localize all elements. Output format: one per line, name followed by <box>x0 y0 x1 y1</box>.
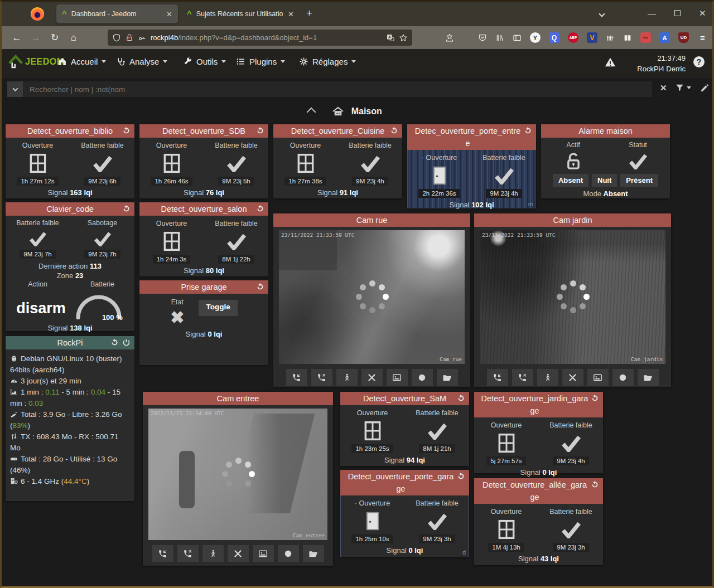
ext-fence-icon[interactable] <box>606 33 615 42</box>
permissions-icon[interactable] <box>138 33 147 42</box>
end-call-button[interactable] <box>177 545 199 562</box>
motion-detect-button[interactable] <box>202 545 224 562</box>
record-button[interactable] <box>278 545 299 562</box>
menu-plugins[interactable]: Plugins <box>236 57 285 66</box>
edit-icon[interactable] <box>700 83 710 93</box>
refresh-icon[interactable] <box>122 127 131 135</box>
load-row: 1 min : 0.11 - 5 min : 0.04 - 15 min : 0… <box>10 387 130 409</box>
jeedom-logo[interactable]: JEEDOM <box>7 54 65 70</box>
duration-chip: 1h 25m 10s <box>351 534 393 543</box>
duration-chip: 5j 27m 57s <box>486 456 525 465</box>
stop-button[interactable] <box>361 369 383 386</box>
widget-title: Detect_ouverture_biblio <box>27 127 113 135</box>
help-icon[interactable]: ? <box>693 56 705 67</box>
sidebar-icon[interactable] <box>513 33 522 42</box>
record-button[interactable] <box>612 369 634 386</box>
list-tabs-icon[interactable] <box>600 8 604 18</box>
lock-disabled-icon[interactable] <box>125 33 134 42</box>
ext-pdf-icon[interactable] <box>640 32 651 43</box>
recordings-button[interactable] <box>303 545 324 562</box>
window-closed-icon <box>11 152 65 175</box>
filter-caret-icon[interactable] <box>687 86 691 89</box>
recordings-button[interactable] <box>437 369 458 386</box>
close-button[interactable]: ✕ <box>699 8 706 18</box>
camera-feed[interactable]: 23/11/2022 21:33:59 UTC Cam_jardin <box>480 230 665 364</box>
search-scope-button[interactable] <box>7 81 23 97</box>
ext-translate-icon[interactable]: A <box>659 32 670 43</box>
zone: Zone 23 <box>6 271 134 280</box>
power-icon[interactable] <box>122 338 131 347</box>
call-button[interactable] <box>152 545 173 562</box>
stop-button[interactable] <box>228 545 249 562</box>
motion-detect-button[interactable] <box>336 369 358 386</box>
clear-search-icon[interactable]: ✕ <box>660 83 667 93</box>
menu-reglages[interactable]: Réglages <box>299 57 356 66</box>
refresh-icon[interactable] <box>256 205 264 213</box>
refresh-icon[interactable] <box>524 127 532 135</box>
refresh-icon[interactable] <box>591 480 599 489</box>
refresh-icon[interactable] <box>122 205 131 213</box>
refresh-icon[interactable] <box>457 394 465 402</box>
record-button[interactable] <box>412 369 433 386</box>
refresh-icon[interactable] <box>457 472 465 480</box>
menu-outils[interactable]: Outils <box>183 57 226 66</box>
refresh-icon[interactable] <box>591 394 599 402</box>
reload-button[interactable]: ↻ <box>45 32 64 43</box>
firefox-icon[interactable] <box>31 7 44 21</box>
widget-header: Detec_ouverture_porte_entree <box>407 124 536 150</box>
snapshot-button[interactable] <box>587 369 609 386</box>
end-call-button[interactable] <box>512 369 533 386</box>
tab-close-icon[interactable]: ✕ <box>288 10 294 18</box>
maximize-button[interactable] <box>674 8 681 18</box>
toggle-button[interactable]: Toggle <box>199 300 237 316</box>
loading-spinner-icon <box>221 458 255 491</box>
tab-dashboard[interactable]: ^ Dashboard - Jeedom ✕ <box>56 4 178 23</box>
refresh-icon[interactable] <box>390 127 398 135</box>
ext-book-icon[interactable] <box>623 33 632 42</box>
shield-icon[interactable] <box>112 33 121 42</box>
forward-button[interactable]: → <box>26 32 45 43</box>
warning-icon[interactable] <box>604 56 616 69</box>
snapshot-button[interactable] <box>253 545 274 562</box>
camera-name: Cam_jardin <box>631 356 663 362</box>
save-bookmark-icon[interactable] <box>445 33 454 42</box>
home-button[interactable]: ⌂ <box>64 32 83 43</box>
new-tab-button[interactable]: + <box>306 7 312 20</box>
search-input[interactable] <box>23 81 652 97</box>
nuit-button[interactable]: Nuit <box>592 174 617 187</box>
ext-ublock-icon[interactable]: UD <box>678 32 689 43</box>
menu-analyse[interactable]: Analyse <box>116 57 167 66</box>
refresh-icon[interactable] <box>110 338 119 347</box>
minimize-button[interactable]: — <box>648 8 656 18</box>
back-button[interactable]: ← <box>7 32 26 43</box>
end-call-button[interactable] <box>311 369 332 386</box>
filter-icon[interactable] <box>675 83 684 93</box>
ext-y-icon[interactable]: Y <box>530 32 541 43</box>
recordings-button[interactable] <box>638 369 659 386</box>
last-action: Dernière action 113 <box>6 261 134 271</box>
absent-button[interactable]: Absent <box>553 174 588 187</box>
call-button[interactable] <box>487 369 508 386</box>
clock-profile[interactable]: 21:37:49 RockPi4 Derric <box>637 53 686 74</box>
library-icon[interactable] <box>495 33 504 42</box>
snapshot-button[interactable] <box>387 369 408 386</box>
url-bar[interactable]: rockpi4b/index.php?v=d&p=dashboard&objec… <box>108 30 412 46</box>
tab-forum[interactable]: ^ Sujets Récents sur Utilisation du ✕ <box>181 4 300 23</box>
camera-feed[interactable]: 23/11/2022 21:33:59 UTC Cam_rue <box>279 230 465 364</box>
menu-icon[interactable]: ≡ <box>697 32 708 43</box>
camera-feed[interactable]: 2022/11/23 21:34:00 UTC Cam_entree <box>148 409 327 540</box>
menu-accueil[interactable]: Accueil <box>57 57 106 66</box>
motion-detect-button[interactable] <box>537 369 558 386</box>
pocket-icon[interactable] <box>478 33 487 42</box>
ext-abp-icon[interactable]: ABP <box>568 32 578 43</box>
translate-icon[interactable]: A <box>386 33 395 42</box>
stop-button[interactable] <box>562 369 583 386</box>
ext-v-icon[interactable]: V <box>587 32 597 43</box>
refresh-icon[interactable] <box>256 283 264 291</box>
bookmark-star-icon[interactable] <box>399 33 408 42</box>
call-button[interactable] <box>286 369 307 386</box>
present-button[interactable]: Présent <box>620 174 658 187</box>
ext-q-icon[interactable]: Q <box>549 32 559 43</box>
refresh-icon[interactable] <box>256 127 264 135</box>
tab-close-icon[interactable]: ✕ <box>166 10 172 18</box>
